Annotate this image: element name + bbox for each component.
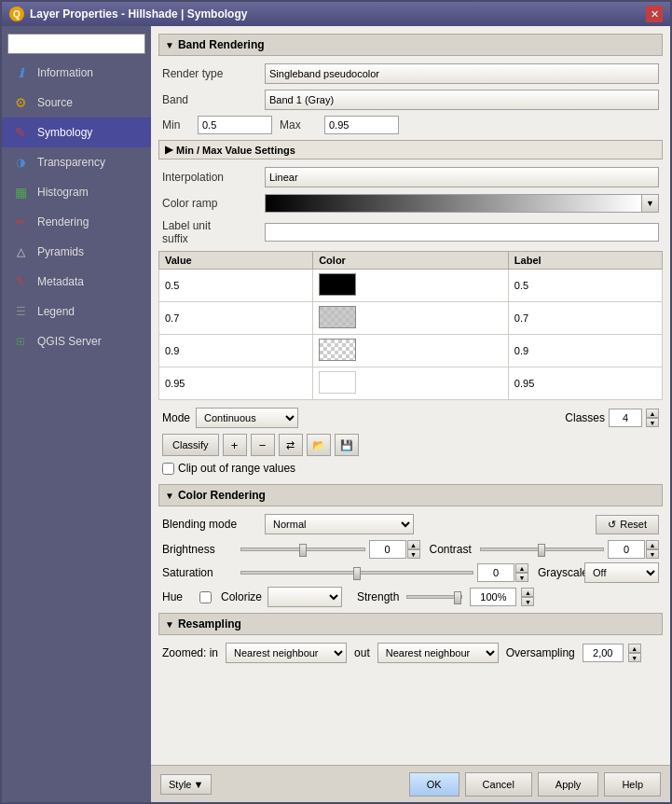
mode-select[interactable]: Continuous Equal Interval Quantile <box>196 408 298 428</box>
colorize-checkbox[interactable] <box>199 591 212 603</box>
ok-button[interactable]: OK <box>409 772 459 797</box>
reverse-button[interactable]: ⇄ <box>279 434 303 456</box>
style-button[interactable]: Style ▼ <box>160 774 212 795</box>
saturation-input[interactable] <box>477 563 514 582</box>
help-button[interactable]: Help <box>604 772 661 797</box>
contrast-up-btn[interactable]: ▲ <box>646 540 659 549</box>
sidebar-item-information[interactable]: ℹ Information <box>2 58 151 88</box>
reset-icon: ↺ <box>608 519 616 531</box>
label-unit-input[interactable] <box>265 223 659 242</box>
max-input[interactable] <box>324 116 399 134</box>
sidebar-item-pyramids[interactable]: △ Pyramids <box>2 237 151 267</box>
blending-select[interactable]: Normal Multiply Screen <box>265 514 414 534</box>
cell-color[interactable] <box>313 335 509 367</box>
window-title: Layer Properties - Hillshade | Symbology <box>30 7 247 21</box>
saturation-up-btn[interactable]: ▲ <box>515 563 528 573</box>
clip-checkbox[interactable] <box>162 463 174 475</box>
oversampling-down-btn[interactable]: ▼ <box>628 653 641 662</box>
save-button[interactable]: 💾 <box>335 434 359 456</box>
oversampling-input[interactable] <box>583 644 624 662</box>
contrast-down-btn[interactable]: ▼ <box>646 549 659 559</box>
sidebar-item-label: Transparency <box>37 156 105 169</box>
sidebar: ℹ Information ⚙ Source ✎ Symbology ◑ Tra… <box>2 26 151 802</box>
brightness-up-btn[interactable]: ▲ <box>407 540 420 549</box>
resampling-arrow: ▼ <box>165 619 174 630</box>
interpolation-row: Interpolation Linear Discrete Exact <box>158 167 663 187</box>
cancel-button[interactable]: Cancel <box>465 772 532 797</box>
hue-color-select[interactable] <box>267 587 342 607</box>
color-ramp-gradient <box>265 194 642 213</box>
load-button[interactable]: 📂 <box>307 434 331 456</box>
brightness-slider-track[interactable] <box>240 548 365 551</box>
interpolation-select[interactable]: Linear Discrete Exact <box>265 167 659 187</box>
contrast-input[interactable] <box>608 540 645 559</box>
cell-label: 0.9 <box>508 335 662 367</box>
classes-up-btn[interactable]: ▲ <box>646 409 659 418</box>
min-label: Min <box>162 118 190 132</box>
col-header-label: Label <box>508 252 662 270</box>
sidebar-item-legend[interactable]: ☰ Legend <box>2 297 151 326</box>
add-entry-button[interactable]: + <box>223 434 247 456</box>
cell-color[interactable] <box>313 270 509 302</box>
remove-entry-button[interactable]: − <box>251 434 275 456</box>
classes-input[interactable] <box>609 409 642 427</box>
strength-slider-track[interactable] <box>406 595 462 599</box>
zoomed-out-select[interactable]: Nearest neighbour Bilinear Cubic <box>377 643 499 663</box>
label-unit-row: Label unit suffix <box>158 219 663 245</box>
source-icon: ⚙ <box>11 93 30 112</box>
right-panel: ▼ Band Rendering Render type Singleband … <box>151 26 670 802</box>
cell-color[interactable] <box>313 302 509 335</box>
app-icon: Q <box>9 7 24 21</box>
symbology-icon: ✎ <box>11 123 30 142</box>
saturation-slider-track[interactable] <box>240 571 473 575</box>
sidebar-item-transparency[interactable]: ◑ Transparency <box>2 147 151 177</box>
min-input[interactable] <box>198 116 272 134</box>
bottom-bar: Style ▼ OK Cancel Apply Help <box>151 765 670 802</box>
reset-button[interactable]: ↺ Reset <box>596 515 659 534</box>
grayscale-select[interactable]: Off By luminosity By lightness By averag… <box>584 562 659 583</box>
sidebar-item-symbology[interactable]: ✎ Symbology <box>2 118 151 147</box>
min-max-row: Min Max <box>158 116 663 134</box>
cell-label: 0.95 <box>508 367 662 400</box>
interpolation-control: Linear Discrete Exact <box>265 167 659 187</box>
strength-down-btn[interactable]: ▼ <box>521 597 534 606</box>
brightness-input[interactable] <box>369 540 406 559</box>
band-rendering-title: Band Rendering <box>178 38 265 51</box>
color-ramp-dropdown-btn[interactable]: ▼ <box>642 194 659 213</box>
brightness-down-btn[interactable]: ▼ <box>407 549 420 559</box>
classify-button[interactable]: Classify <box>162 434 219 456</box>
render-type-select[interactable]: Singleband pseudocolor Singleband gray M… <box>265 63 659 84</box>
zoomed-in-select[interactable]: Nearest neighbour Bilinear Cubic <box>226 643 347 663</box>
classes-down-btn[interactable]: ▼ <box>646 418 659 427</box>
sidebar-item-qgis-server[interactable]: ⊞ QGIS Server <box>2 326 151 356</box>
saturation-down-btn[interactable]: ▼ <box>515 573 528 582</box>
grayscale-label: Grayscale <box>528 566 584 579</box>
sidebar-item-histogram[interactable]: ▦ Histogram <box>2 177 151 207</box>
contrast-slider-track[interactable] <box>480 548 605 551</box>
apply-button[interactable]: Apply <box>538 772 599 797</box>
band-control: Band 1 (Gray) <box>265 90 659 110</box>
sidebar-item-metadata[interactable]: ✎ Metadata <box>2 267 151 297</box>
search-box[interactable] <box>7 34 145 54</box>
close-button[interactable]: ✕ <box>646 6 663 22</box>
cell-color[interactable] <box>313 367 509 400</box>
band-select[interactable]: Band 1 (Gray) <box>265 90 659 110</box>
sidebar-item-label: QGIS Server <box>37 335 102 348</box>
saturation-label: Saturation <box>162 566 237 579</box>
render-type-row: Render type Singleband pseudocolor Singl… <box>158 63 663 84</box>
strength-input[interactable] <box>470 588 516 606</box>
oversampling-up-btn[interactable]: ▲ <box>628 644 641 653</box>
strength-row: Strength ▲ ▼ <box>357 588 534 606</box>
table-row: 0.7 0.7 <box>159 302 663 335</box>
minmax-header[interactable]: ▶ Min / Max Value Settings <box>159 141 662 159</box>
search-input[interactable] <box>12 38 141 49</box>
sidebar-item-rendering[interactable]: ✏ Rendering <box>2 207 151 237</box>
histogram-icon: ▦ <box>11 183 30 201</box>
minmax-section: ▶ Min / Max Value Settings <box>158 140 663 159</box>
sidebar-item-source[interactable]: ⚙ Source <box>2 88 151 118</box>
information-icon: ℹ <box>11 63 30 82</box>
strength-up-btn[interactable]: ▲ <box>521 588 534 597</box>
style-label: Style <box>169 779 191 790</box>
minmax-title: Min / Max Value Settings <box>176 145 295 156</box>
legend-icon: ☰ <box>11 302 30 321</box>
